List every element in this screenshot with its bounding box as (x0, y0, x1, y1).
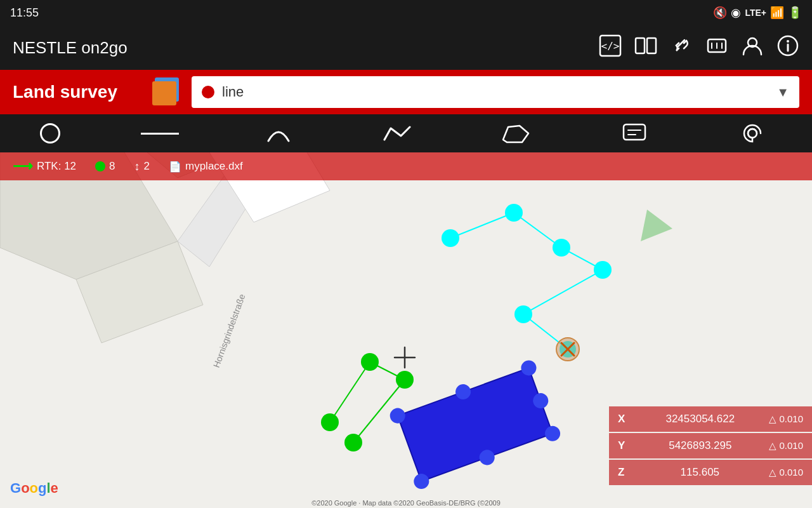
coord-y-label: Y (618, 439, 625, 452)
coordinate-x-box: X 32453054.622 △ 0.010 (609, 406, 812, 432)
app-title: NESTLE on2go (13, 38, 128, 58)
cyan-dot-5[interactable] (514, 305, 532, 323)
coord-y-value: 5426893.295 (669, 439, 731, 452)
svg-point-11 (787, 40, 789, 43)
coord-x-label: X (618, 413, 625, 425)
header-icons-container: </> (599, 34, 799, 62)
green-dot-2[interactable] (361, 353, 379, 371)
polyline-tool-button[interactable] (378, 117, 416, 149)
svg-rect-2 (636, 38, 645, 53)
status-icons: 🔇 ◉ LTE+ 📶 🔋 (713, 6, 802, 20)
line-tool-button[interactable] (141, 117, 179, 149)
dropdown-value: line (222, 84, 776, 100)
lte-icon: LTE+ (745, 8, 766, 18)
rtk-info: ⟶ RTK: 12 (13, 158, 76, 175)
status-bar: 11:55 🔇 ◉ LTE+ 📶 🔋 (0, 0, 812, 25)
filename-info: 📄 myplace.dxf (169, 160, 243, 173)
rtk-arrow-icon: ⟶ (13, 158, 33, 175)
location-icon: ◉ (731, 6, 741, 20)
arc-tool-button[interactable] (259, 117, 298, 149)
at-button[interactable] (733, 117, 771, 149)
cyan-dot-1[interactable] (442, 229, 459, 247)
panels-icon[interactable] (634, 34, 657, 62)
survey-bar: Land survey line ▼ (0, 70, 812, 114)
filename-value: myplace.dxf (185, 160, 243, 173)
tools-icon[interactable] (705, 34, 728, 62)
coord-z-delta: △ 0.010 (769, 467, 803, 478)
battery-icon: 🔋 (788, 6, 802, 20)
coord-z-label: Z (618, 466, 624, 479)
layer-stack-icon[interactable] (150, 76, 181, 108)
elevations-info: ↕ 2 (134, 160, 150, 173)
app-header: NESTLE on2go </> (0, 25, 812, 70)
points-dot-icon (95, 161, 105, 171)
polygon-tool-button[interactable] (497, 117, 535, 149)
user-icon[interactable] (741, 34, 764, 62)
cyan-dot-4[interactable] (594, 261, 612, 279)
link-icon[interactable] (670, 34, 693, 62)
mute-icon: 🔇 (713, 6, 727, 20)
survey-title: Land survey (13, 82, 140, 102)
map-attribution: ©2020 Google · Map data ©2020 GeoBasis-D… (0, 499, 812, 507)
points-info: 8 (95, 160, 115, 173)
green-dot-1[interactable] (321, 413, 339, 431)
google-logo: Google (10, 480, 58, 497)
rtk-value: RTK: 12 (37, 160, 76, 173)
toolbar (0, 114, 812, 152)
coordinate-z-box: Z 115.605 △ 0.010 (609, 460, 812, 485)
cyan-dot-3[interactable] (553, 239, 570, 257)
info-icon[interactable] (776, 34, 799, 62)
coordinate-y-box: Y 5426893.295 △ 0.010 (609, 433, 812, 458)
info-bar: ⟶ RTK: 12 8 ↕ 2 📄 myplace.dxf (0, 152, 812, 180)
point-tool-button[interactable] (40, 123, 60, 144)
layer-dropdown[interactable]: line ▼ (192, 76, 799, 108)
svg-rect-12 (624, 124, 645, 140)
cyan-dot-2[interactable] (505, 204, 523, 222)
green-dot-3[interactable] (396, 371, 414, 389)
signal-icon: 📶 (770, 6, 784, 20)
layer-dot (202, 86, 214, 98)
dropdown-arrow-icon: ▼ (776, 85, 789, 100)
time-display: 11:55 (10, 6, 39, 20)
coord-x-value: 32453054.622 (665, 413, 735, 425)
coord-x-delta: △ 0.010 (769, 413, 803, 425)
chat-button[interactable] (615, 117, 653, 149)
layer-front (152, 81, 176, 105)
points-value: 8 (109, 160, 115, 173)
svg-rect-3 (647, 38, 656, 53)
code-bracket-icon[interactable]: </> (599, 34, 622, 62)
svg-text:</>: </> (601, 40, 620, 52)
elevation-arrows-icon: ↕ (134, 160, 140, 173)
file-icon: 📄 (169, 161, 181, 173)
coord-y-delta: △ 0.010 (769, 440, 803, 451)
orange-x-marker[interactable] (556, 338, 579, 361)
elevations-value: 2 (144, 160, 150, 173)
coord-z-value: 115.605 (681, 466, 719, 479)
green-dot-4[interactable] (344, 434, 362, 451)
